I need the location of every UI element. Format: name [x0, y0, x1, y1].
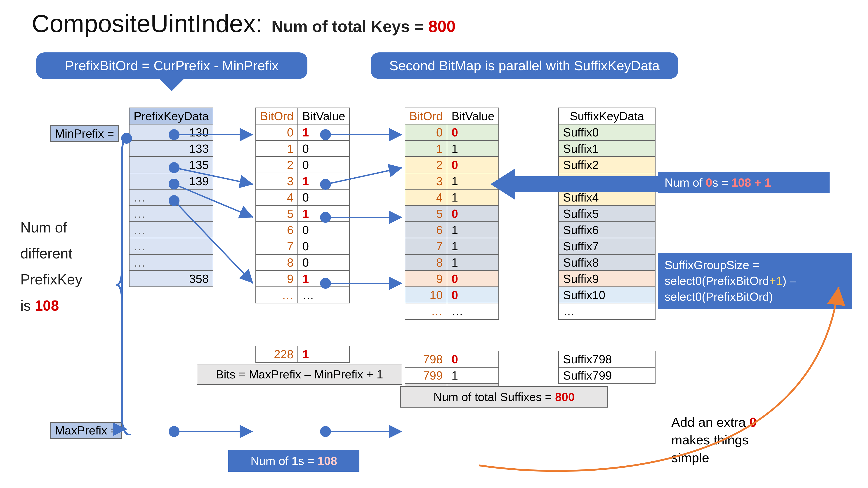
bitmap2-row: 81: [405, 254, 499, 271]
suffix-header: SuffixKeyData: [559, 108, 655, 124]
prefix-cell: …: [129, 238, 213, 254]
bitmap2-row: 90: [405, 271, 499, 287]
bitmap2-row: 7980: [405, 351, 499, 367]
bitmap2-row: 20: [405, 157, 499, 173]
prefix-cell: 139: [129, 173, 213, 189]
bitmap2-row: 11: [405, 140, 499, 157]
bitmap1-row: 01: [256, 124, 350, 140]
suffix-cell: Suffix799: [559, 367, 655, 384]
bitmap2-row: 71: [405, 238, 499, 254]
num-ones-tag: Num of 1s = 108: [228, 450, 360, 472]
prefix-cell: 133: [129, 140, 213, 157]
prefix-cell: 130: [129, 124, 213, 140]
bitmap1-row: 2281: [256, 346, 350, 362]
big-arrow-icon: [491, 172, 658, 197]
suffix-cell: Suffix798: [559, 351, 655, 367]
prefix-key-table: PrefixKeyData 130133135139……………358: [129, 107, 213, 287]
prefix-cell: …: [129, 222, 213, 238]
prefix-cell: …: [129, 205, 213, 222]
bitmap2-row: 100: [405, 287, 499, 303]
bitmap2-row: 61: [405, 222, 499, 238]
bitmap1-row: 60: [256, 222, 350, 238]
bits-formula-box: Bits = MaxPrefix – MinPrefix + 1: [197, 364, 402, 385]
bitmap1-row: 51: [256, 205, 350, 222]
bitmap1-row: ……: [256, 287, 350, 303]
bitmap2-row: 7991: [405, 367, 499, 384]
bitmap2-table: BitOrd BitValue 00112031415061718190100……: [405, 107, 499, 400]
sub-title: Num of total Keys = 800: [272, 17, 456, 36]
suffix-cell: Suffix2: [559, 157, 655, 173]
prefix-cell: 358: [129, 271, 213, 287]
num-zeros-tag: Num of 0s = 108 + 1: [658, 172, 830, 193]
bitmap1-row: 20: [256, 157, 350, 173]
suffix-cell: Suffix5: [559, 205, 655, 222]
bitmap2-row: 31: [405, 173, 499, 189]
bitmap2-row: ……: [405, 303, 499, 320]
suffix-cell: Suffix0: [559, 124, 655, 140]
bitord2-header: BitOrd: [405, 108, 447, 124]
bitmap1-row: 40: [256, 189, 350, 205]
extra-zero-note: Add an extra 0 makes things simple: [671, 414, 756, 466]
suffix-cell: Suffix6: [559, 222, 655, 238]
suffix-cell: Suffix1: [559, 140, 655, 157]
bitord-header: BitOrd: [256, 108, 298, 124]
suffix-cell: Suffix9: [559, 271, 655, 287]
prefix-cell: …: [129, 189, 213, 205]
prefix-count-text: Num of different PrefixKey is 108: [20, 215, 115, 319]
bitmap1-row: 91: [256, 271, 350, 287]
prefix-header: PrefixKeyData: [129, 108, 213, 124]
title-row: CompositeUintIndex: Num of total Keys = …: [32, 9, 456, 38]
bitvalue-header: BitValue: [298, 108, 350, 124]
pill-prefixbitord: PrefixBitOrd = CurPrefix - MinPrefix: [36, 53, 307, 79]
brace-icon: [115, 135, 133, 435]
suffix-cell: …: [559, 303, 655, 320]
suffix-count-box: Num of total Suffixes = 800: [400, 386, 608, 408]
max-prefix-label: MaxPrefix =: [50, 422, 122, 439]
suffix-cell: Suffix10: [559, 287, 655, 303]
min-prefix-label: MinPrefix =: [50, 125, 119, 142]
suffix-cell: Suffix8: [559, 254, 655, 271]
prefix-cell: …: [129, 254, 213, 271]
bitmap2-row: 50: [405, 205, 499, 222]
bitmap1-table: BitOrd BitValue 01102031405160708091……22…: [255, 107, 350, 363]
suffix-cell: Suffix7: [559, 238, 655, 254]
main-title: CompositeUintIndex:: [32, 9, 262, 38]
bitmap1-row: 31: [256, 173, 350, 189]
bitmap2-row: 41: [405, 189, 499, 205]
bitmap1-row: 70: [256, 238, 350, 254]
prefix-cell: 135: [129, 157, 213, 173]
bitmap2-row: 00: [405, 124, 499, 140]
suffix-group-formula: SuffixGroupSize = select0(PrefixBitOrd+1…: [658, 253, 852, 309]
suffix-key-table: SuffixKeyData Suffix0Suffix1Suffix2Suffi…: [558, 107, 655, 384]
bitvalue2-header: BitValue: [447, 108, 499, 124]
bitmap1-row: 10: [256, 140, 350, 157]
bitmap1-row: 80: [256, 254, 350, 271]
pill-second-bitmap: Second BitMap is parallel with SuffixKey…: [371, 53, 678, 79]
